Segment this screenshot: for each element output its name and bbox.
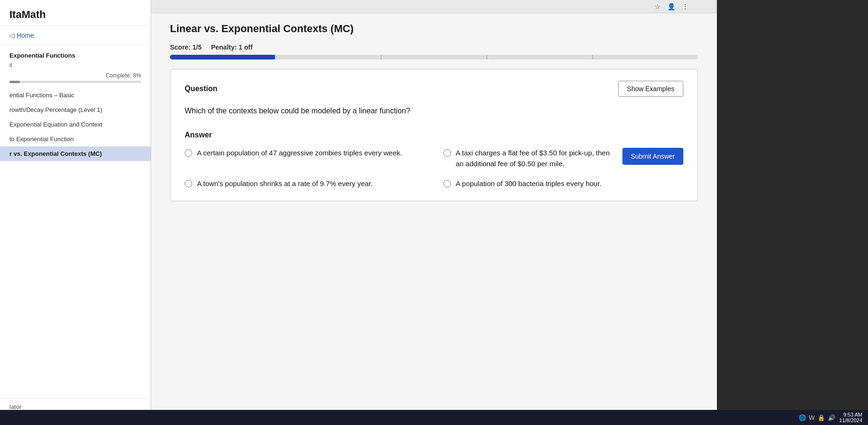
content-area: Linear vs. Exponential Contexts (MC) Sco… — [151, 13, 717, 411]
seg-3 — [382, 55, 487, 60]
section-sub: it — [0, 61, 151, 69]
answer-option-a[interactable]: A certain population of 47 aggressive zo… — [185, 148, 425, 159]
question-header: Question Show Examples — [185, 81, 683, 97]
sidebar-item-2[interactable]: rowth/Decay Percentage (Level 1) — [0, 102, 151, 117]
section-title: Exponential Functions — [0, 45, 151, 61]
question-label: Question — [185, 85, 217, 93]
answer-label: Answer — [185, 131, 683, 139]
option-d-text: A population of 300 bacteria triples eve… — [456, 178, 602, 189]
question-text: Which of the contexts below could be mod… — [185, 105, 683, 117]
app-logo: ItaMath — [0, 0, 151, 26]
seg-2 — [276, 55, 382, 60]
home-link[interactable]: ◁ Home — [0, 26, 151, 45]
taskbar-icons: 🌐 W 🔒 🔊 — [799, 414, 835, 421]
radio-b[interactable] — [443, 149, 451, 157]
sidebar-spacer — [0, 161, 151, 398]
score-row: Score: 1/5 Penalty: 1 off — [170, 43, 698, 51]
main-progress-track — [170, 55, 698, 60]
taskbar-icon-1: 🌐 — [799, 414, 806, 421]
penalty-value: Penalty: 1 off — [211, 43, 253, 51]
user-icon[interactable]: 👤 — [667, 3, 675, 10]
page-title: Linear vs. Exponential Contexts (MC) — [170, 23, 698, 35]
submit-answer-button[interactable]: Submit Answer — [622, 148, 683, 165]
answer-option-d[interactable]: A population of 300 bacteria triples eve… — [443, 178, 683, 189]
taskbar: 🌐 W 🔒 🔊 9:53 AM 11/8/2024 — [0, 410, 868, 425]
option-a-text: A certain population of 47 aggressive zo… — [197, 148, 402, 159]
sidebar-item-1[interactable]: ential Functions – Basic — [0, 88, 151, 102]
star-icon[interactable]: ☆ — [655, 3, 661, 10]
score-value: Score: 1/5 — [170, 43, 202, 51]
taskbar-time: 9:53 AM 11/8/2024 — [839, 412, 862, 423]
top-bar: ☆ 👤 ⋮ — [151, 0, 717, 13]
taskbar-icon-4: 🔊 — [828, 414, 835, 421]
progress-bar — [9, 81, 141, 83]
top-bar-icons: ☆ 👤 ⋮ — [655, 3, 689, 10]
menu-icon[interactable]: ⋮ — [682, 3, 689, 10]
show-examples-button[interactable]: Show Examples — [618, 81, 683, 97]
taskbar-icon-3: 🔒 — [817, 414, 825, 421]
seg-5 — [593, 55, 698, 60]
taskbar-icon-2: W — [809, 414, 815, 421]
sidebar-item-4[interactable]: to Exponential Function — [0, 132, 151, 146]
progress-label: Complete: 8% — [0, 69, 151, 80]
radio-d[interactable] — [443, 180, 451, 187]
option-b-text: A taxi charges a flat fee of $3.50 for p… — [456, 148, 615, 169]
seg-4 — [487, 55, 593, 60]
answer-grid: A certain population of 47 aggressive zo… — [185, 148, 683, 189]
right-panel — [717, 0, 868, 425]
sidebar-item-3[interactable]: Exponential Equation and Context — [0, 117, 151, 132]
sidebar: ItaMath ◁ Home Exponential Functions it … — [0, 0, 151, 425]
seg-1 — [170, 55, 276, 60]
calculator-label: lator — [9, 403, 141, 410]
radio-a[interactable] — [185, 149, 192, 157]
radio-c[interactable] — [185, 180, 192, 187]
option-b-with-submit: A taxi charges a flat fee of $3.50 for p… — [443, 148, 683, 169]
question-card: Question Show Examples Which of the cont… — [170, 69, 698, 201]
answer-option-b[interactable]: A taxi charges a flat fee of $3.50 for p… — [443, 148, 615, 169]
main-content: ☆ 👤 ⋮ Linear vs. Exponential Contexts (M… — [151, 0, 717, 425]
answer-option-c[interactable]: A town's population shrinks at a rate of… — [185, 178, 425, 189]
option-c-text: A town's population shrinks at a rate of… — [197, 178, 373, 189]
progress-fill — [9, 81, 20, 83]
sidebar-item-5-active[interactable]: r vs. Exponential Contexts (MC) — [0, 146, 151, 161]
progress-segments — [170, 55, 698, 60]
